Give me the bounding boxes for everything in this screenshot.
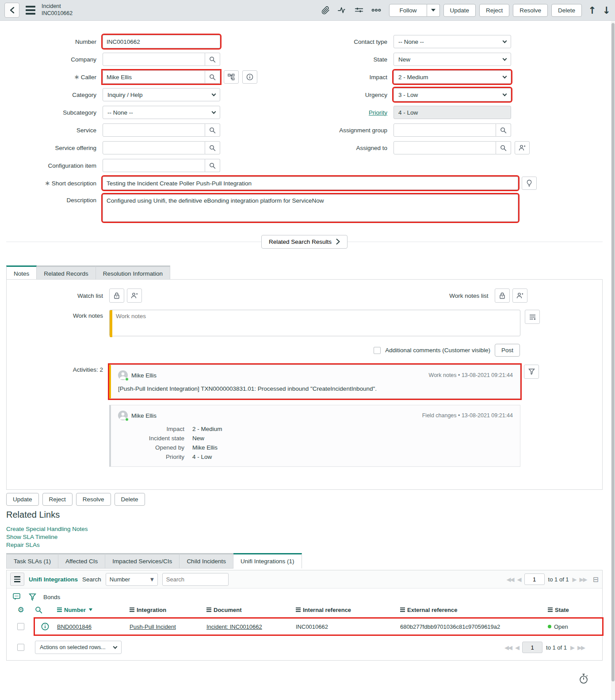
next-page-icon[interactable]: ▶ [570, 644, 574, 651]
first-page-icon[interactable]: ◀◀ [507, 576, 514, 583]
resolve-button-footer[interactable]: Resolve [76, 493, 111, 506]
assigned-to-input[interactable] [393, 141, 496, 154]
assigned-to-lookup-button[interactable] [496, 141, 511, 154]
column-header-number[interactable]: Number [57, 607, 130, 613]
service-offering-input[interactable] [103, 141, 205, 154]
previous-record-arrow-up-icon[interactable]: ↑ [588, 5, 596, 16]
related-link-repair-slas[interactable]: Repair SLAs [6, 541, 88, 549]
back-button[interactable] [4, 3, 19, 18]
work-notes-list-add-person-button[interactable] [512, 288, 527, 303]
watch-list-lock-button[interactable] [109, 288, 124, 303]
response-time-stopwatch-icon[interactable] [579, 673, 588, 684]
search-field-select[interactable]: Number▼ [106, 573, 158, 586]
column-search-icon[interactable] [35, 606, 57, 614]
list-comments-icon[interactable] [13, 593, 22, 601]
more-options-icon[interactable] [371, 8, 381, 12]
update-button-footer[interactable]: Update [6, 493, 39, 506]
assign-to-me-button[interactable] [515, 141, 530, 154]
list-context-menu-icon[interactable] [10, 573, 24, 586]
vertical-scrollbar[interactable] [611, 21, 615, 700]
previous-page-icon[interactable]: ◀ [515, 644, 519, 651]
scrollbar-thumb[interactable] [611, 23, 615, 681]
list-search-input[interactable] [162, 573, 229, 586]
previous-page-icon[interactable]: ◀ [517, 576, 521, 583]
urgency-select[interactable]: 3 - Low [393, 88, 511, 101]
subcategory-select[interactable]: -- None -- [103, 106, 220, 119]
next-page-icon[interactable]: ▶ [573, 576, 576, 583]
last-page-icon[interactable]: ▶▶ [580, 576, 587, 583]
caller-input[interactable] [103, 70, 205, 84]
page-number-input[interactable] [522, 642, 542, 653]
delete-button-footer[interactable]: Delete [115, 493, 145, 506]
toggle-comment-fields-button[interactable] [525, 310, 540, 324]
first-page-icon[interactable]: ◀◀ [504, 644, 512, 651]
related-search-results-button[interactable]: Related Search Results [261, 235, 348, 249]
assignment-group-lookup-button[interactable] [496, 123, 511, 137]
short-description-input[interactable] [103, 177, 518, 190]
service-offering-lookup-button[interactable] [205, 141, 220, 154]
configuration-item-input[interactable] [103, 159, 205, 172]
description-textarea[interactable]: Configured using Unifi, the definitive e… [103, 194, 518, 222]
column-header-document[interactable]: Document [206, 607, 296, 613]
tab-notes[interactable]: Notes [6, 265, 37, 281]
post-button[interactable]: Post [495, 344, 520, 357]
work-notes-textarea[interactable] [109, 310, 520, 336]
personalize-sliders-icon[interactable] [355, 6, 363, 14]
company-input[interactable] [103, 53, 205, 66]
actions-on-selected-rows-select[interactable]: Actions on selected rows... [35, 641, 122, 654]
related-link-show-sla-timeline[interactable]: Show SLA Timeline [6, 533, 88, 541]
activity-stream-icon[interactable] [338, 6, 347, 14]
update-button[interactable]: Update [443, 4, 476, 17]
category-select[interactable]: Inquiry / Help [103, 88, 220, 101]
tab-impacted-services[interactable]: Impacted Services/CIs [105, 553, 180, 569]
assignment-group-input[interactable] [393, 123, 496, 137]
bond-number-link[interactable]: BND0001846 [57, 623, 130, 630]
follow-button[interactable]: Follow [389, 4, 427, 17]
tab-unifi-integrations[interactable]: Unifi Integrations (1) [233, 553, 302, 569]
tab-task-slas[interactable]: Task SLAs (1) [6, 553, 58, 569]
activity-filter-button[interactable] [524, 365, 539, 379]
bond-document-link[interactable]: Incident: INC0010662 [206, 623, 296, 630]
page-number-input[interactable] [524, 573, 545, 585]
list-filter-funnel-icon[interactable] [29, 593, 36, 601]
impact-select[interactable]: 2 - Medium [393, 70, 511, 84]
delete-button[interactable]: Delete [551, 4, 582, 17]
column-header-external-reference[interactable]: External reference [400, 607, 548, 613]
additional-comments-checkbox[interactable] [374, 347, 381, 354]
reject-button[interactable]: Reject [479, 4, 509, 17]
list-personalize-gear-icon[interactable]: ⚙ [17, 605, 24, 614]
next-record-arrow-down-icon[interactable]: ↓ [603, 5, 611, 16]
column-header-state[interactable]: State [548, 607, 602, 613]
work-notes-list-lock-button[interactable] [495, 288, 510, 303]
company-lookup-button[interactable] [205, 53, 220, 66]
follow-dropdown-button[interactable] [427, 4, 440, 17]
tab-related-records[interactable]: Related Records [37, 265, 96, 281]
tab-affected-cis[interactable]: Affected CIs [58, 553, 105, 569]
service-input[interactable] [103, 123, 205, 137]
service-lookup-button[interactable] [205, 123, 220, 137]
attachment-paperclip-icon[interactable] [321, 6, 330, 15]
activity-user-name[interactable]: Mike Ellis [131, 412, 157, 419]
state-select[interactable]: New [393, 53, 511, 66]
column-header-integration[interactable]: Integration [130, 607, 206, 613]
tab-resolution-information[interactable]: Resolution Information [96, 265, 170, 281]
select-all-checkbox[interactable] [17, 644, 24, 651]
breadcrumb[interactable]: Bonds [43, 594, 60, 600]
caller-preview-button[interactable] [242, 70, 257, 84]
row-checkbox[interactable] [17, 623, 24, 630]
reject-button-footer[interactable]: Reject [42, 493, 73, 506]
last-page-icon[interactable]: ▶▶ [577, 644, 584, 651]
configuration-item-lookup-button[interactable] [205, 159, 220, 172]
activity-user-name[interactable]: Mike Ellis [131, 372, 157, 379]
resolve-button[interactable]: Resolve [513, 4, 548, 17]
priority-label-link[interactable]: Priority [305, 109, 393, 116]
caller-lookup-button[interactable] [205, 70, 220, 84]
context-menu-icon[interactable] [24, 4, 37, 16]
related-link-create-special-handling-notes[interactable]: Create Special Handling Notes [6, 525, 88, 533]
caller-hierarchy-button[interactable] [224, 70, 239, 84]
number-input[interactable] [103, 35, 220, 48]
collapse-list-icon[interactable]: ⊟ [593, 575, 599, 584]
suggestion-lightbulb-button[interactable] [522, 177, 537, 190]
watch-list-add-person-button[interactable] [127, 288, 142, 303]
contact-type-select[interactable]: -- None -- [393, 35, 511, 48]
